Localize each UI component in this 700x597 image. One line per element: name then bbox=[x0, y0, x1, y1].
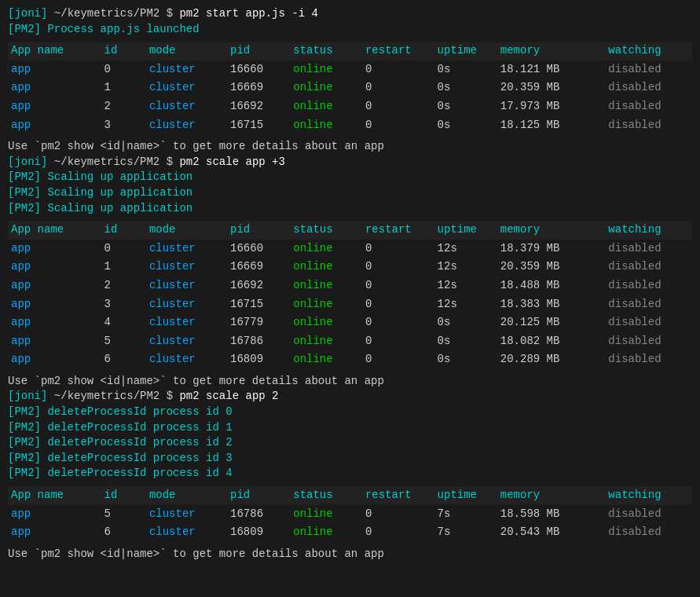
cell-watching: disabled bbox=[602, 350, 692, 369]
table3-header-memory: memory bbox=[494, 486, 603, 505]
cell-name: app bbox=[8, 313, 98, 332]
table3-header-row: App name id mode pid status restart upti… bbox=[8, 486, 692, 505]
cell-memory: 18.598 MB bbox=[494, 505, 603, 524]
table2-header-status: status bbox=[287, 221, 359, 240]
prompt-path-2: ~/keymetrics/PM2 bbox=[47, 155, 159, 170]
cell-uptime: 12s bbox=[431, 258, 494, 277]
prompt-cmd-2: pm2 scale app +3 bbox=[173, 155, 285, 170]
table2-header-watching: watching bbox=[602, 221, 692, 240]
cell-uptime: 0s bbox=[431, 97, 494, 116]
prompt-dollar-3: $ bbox=[159, 389, 173, 405]
cell-restart: 0 bbox=[359, 240, 431, 258]
cell-uptime: 7s bbox=[431, 523, 494, 542]
cell-restart: 0 bbox=[359, 505, 431, 524]
cell-id: 3 bbox=[98, 116, 143, 135]
cell-name: app bbox=[8, 240, 98, 258]
pm2-msg-7: [PM2] deleteProcessId process id 2 bbox=[8, 435, 692, 451]
info-msg-3: Use `pm2 show <id|name>` to get more det… bbox=[8, 547, 692, 562]
cell-watching: disabled bbox=[602, 295, 692, 314]
cell-mode: cluster bbox=[143, 258, 224, 277]
table1-header-memory: memory bbox=[494, 42, 603, 60]
pm2-msg-2: [PM2] Scaling up application bbox=[8, 170, 692, 185]
table1-header-mode: mode bbox=[143, 42, 224, 60]
prompt-cmd-1: pm2 start app.js -i 4 bbox=[173, 6, 318, 22]
cell-memory: 18.488 MB bbox=[494, 277, 603, 295]
prompt-cmd-3: pm2 scale app 2 bbox=[173, 389, 278, 405]
prompt-path-3: ~/keymetrics/PM2 bbox=[47, 389, 159, 405]
cell-memory: 17.973 MB bbox=[494, 97, 603, 116]
table2-header-pid: pid bbox=[224, 221, 287, 240]
table2-header-uptime: uptime bbox=[431, 221, 494, 240]
cell-pid: 16809 bbox=[224, 523, 287, 542]
cell-name: app bbox=[8, 277, 98, 295]
table-row: app0cluster16660online00s18.121 MBdisabl… bbox=[8, 60, 692, 79]
table1-header-status: status bbox=[287, 42, 359, 60]
table3-header-mode: mode bbox=[143, 486, 224, 505]
table1-header-pid: pid bbox=[224, 42, 287, 60]
cell-memory: 20.289 MB bbox=[494, 350, 603, 369]
pm2-msg-5: [PM2] deleteProcessId process id 0 bbox=[8, 405, 692, 420]
cell-pid: 16692 bbox=[224, 277, 287, 295]
table-row: app1cluster16669online00s20.359 MBdisabl… bbox=[8, 79, 692, 97]
table3-header-restart: restart bbox=[359, 486, 431, 505]
cell-id: 1 bbox=[98, 258, 143, 277]
cell-memory: 20.125 MB bbox=[494, 313, 603, 332]
cell-status: online bbox=[287, 79, 359, 97]
cell-mode: cluster bbox=[143, 97, 224, 116]
cell-id: 6 bbox=[98, 350, 143, 369]
cell-mode: cluster bbox=[143, 60, 224, 79]
table-row: app2cluster16692online00s17.973 MBdisabl… bbox=[8, 97, 692, 116]
prompt-dollar-2: $ bbox=[159, 155, 173, 170]
table-row: app6cluster16809online00s20.289 MBdisabl… bbox=[8, 350, 692, 369]
cell-memory: 18.082 MB bbox=[494, 332, 603, 351]
cell-memory: 20.543 MB bbox=[494, 523, 603, 542]
cell-restart: 0 bbox=[359, 258, 431, 277]
prompt-path-1: ~/keymetrics/PM2 bbox=[47, 6, 159, 22]
cell-status: online bbox=[287, 350, 359, 369]
table3-header-status: status bbox=[287, 486, 359, 505]
cell-pid: 16660 bbox=[224, 240, 287, 258]
table1-wrapper: App name id mode pid status restart upti… bbox=[8, 42, 692, 134]
cell-mode: cluster bbox=[143, 523, 224, 542]
cell-watching: disabled bbox=[602, 313, 692, 332]
cell-mode: cluster bbox=[143, 277, 224, 295]
cell-mode: cluster bbox=[143, 295, 224, 314]
cell-mode: cluster bbox=[143, 116, 224, 135]
cell-id: 4 bbox=[98, 313, 143, 332]
cell-mode: cluster bbox=[143, 505, 224, 524]
cell-status: online bbox=[287, 97, 359, 116]
table-row: app4cluster16779online00s20.125 MBdisabl… bbox=[8, 313, 692, 332]
table3-header-appname: App name bbox=[8, 486, 98, 505]
cell-name: app bbox=[8, 523, 98, 542]
table3-header-uptime: uptime bbox=[431, 486, 494, 505]
cell-id: 5 bbox=[98, 505, 143, 524]
prompt-dollar-1: $ bbox=[159, 6, 173, 22]
table-row: app2cluster16692online012s18.488 MBdisab… bbox=[8, 277, 692, 295]
info-msg-2: Use `pm2 show <id|name>` to get more det… bbox=[8, 374, 692, 390]
cell-watching: disabled bbox=[602, 240, 692, 258]
table2-header-mode: mode bbox=[143, 221, 224, 240]
cell-status: online bbox=[287, 60, 359, 79]
cell-name: app bbox=[8, 60, 98, 79]
cell-watching: disabled bbox=[602, 523, 692, 542]
cell-memory: 18.379 MB bbox=[494, 240, 603, 258]
cell-pid: 16786 bbox=[224, 505, 287, 524]
pm2-msg-3: [PM2] Scaling up application bbox=[8, 185, 692, 201]
terminal: [joni] ~/keymetrics/PM2 $ pm2 start app.… bbox=[8, 6, 692, 562]
cell-watching: disabled bbox=[602, 79, 692, 97]
cell-uptime: 12s bbox=[431, 295, 494, 314]
cell-mode: cluster bbox=[143, 240, 224, 258]
cell-restart: 0 bbox=[359, 332, 431, 351]
cell-mode: cluster bbox=[143, 332, 224, 351]
cell-watching: disabled bbox=[602, 258, 692, 277]
cell-status: online bbox=[287, 332, 359, 351]
cell-id: 1 bbox=[98, 79, 143, 97]
cell-restart: 0 bbox=[359, 350, 431, 369]
table1-header-uptime: uptime bbox=[431, 42, 494, 60]
prompt-user-2: [joni] bbox=[8, 155, 47, 170]
cell-watching: disabled bbox=[602, 97, 692, 116]
table-row: app5cluster16786online07s18.598 MBdisabl… bbox=[8, 505, 692, 524]
table1-header-row: App name id mode pid status restart upti… bbox=[8, 42, 692, 60]
cell-status: online bbox=[287, 313, 359, 332]
cell-pid: 16669 bbox=[224, 258, 287, 277]
